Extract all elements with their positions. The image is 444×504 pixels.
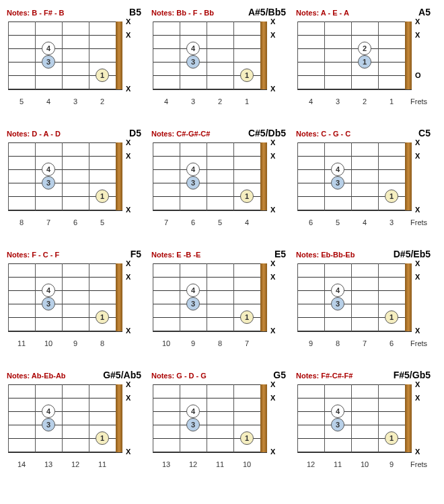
- fret-line: [180, 22, 180, 89]
- string-line: [297, 35, 412, 36]
- fret-line: [324, 263, 325, 331]
- mute-icon: X: [126, 18, 131, 25]
- nut: [260, 263, 267, 331]
- fret-line: [180, 384, 180, 452]
- fret-line: [35, 22, 36, 89]
- notes-label: Notes: C#-G#-C#: [151, 130, 210, 138]
- notes-label: Notes: E -B -E: [151, 251, 200, 259]
- string-line: [153, 35, 267, 36]
- fret-line: [62, 142, 63, 210]
- fret-line: [89, 22, 89, 89]
- fret-number: 10: [44, 339, 52, 347]
- string-line: [297, 89, 412, 90]
- notes-label: Notes: Ab-Eb-Ab: [7, 372, 66, 380]
- fret-number: 7: [245, 339, 249, 347]
- fret-line: [8, 22, 9, 89]
- finger-dot: 1: [240, 310, 254, 324]
- mute-icon: X: [270, 85, 275, 92]
- chord-name: E5: [274, 249, 286, 259]
- mute-icon: X: [126, 327, 131, 334]
- fret-line: [35, 384, 36, 452]
- fretboard: XXX431: [297, 142, 418, 216]
- chord-header: Notes: D - A - DD5: [7, 128, 141, 140]
- fret-number: 2: [100, 97, 104, 106]
- finger-dot: 3: [186, 55, 200, 69]
- string-line: [297, 169, 412, 170]
- fret-numbers: 13121110: [153, 460, 274, 470]
- string-line: [153, 411, 267, 412]
- string-line: [297, 142, 412, 143]
- nut: [260, 22, 267, 89]
- notes-label: Notes: Bb - F - Bb: [151, 9, 214, 17]
- chord-diagram: Notes: Bb - F - BbA#5/Bb5XXX4314321: [151, 7, 286, 114]
- chord-name: B5: [129, 7, 141, 17]
- chord-name: C#5/Db5: [248, 128, 286, 138]
- string-line: [153, 277, 267, 278]
- mute-icon: X: [270, 139, 275, 146]
- chord-name: D#5/Eb5: [394, 249, 431, 259]
- fret-number: 2: [218, 97, 222, 106]
- nut: [260, 142, 267, 210]
- notes-label: Notes: B - F# - B: [7, 9, 65, 17]
- finger-dot: 4: [42, 405, 55, 418]
- string-line: [8, 183, 122, 183]
- mute-icon: X: [126, 153, 131, 159]
- string-line: [297, 425, 412, 425]
- nut: [405, 142, 412, 210]
- finger-dot: 1: [385, 431, 398, 445]
- string-line: [8, 89, 122, 90]
- chord-diagram: Notes: F#-C#-F#F#5/Gb5XXX4311211109Frets: [296, 370, 431, 477]
- fret-line: [207, 263, 207, 331]
- finger-dot: 4: [331, 284, 344, 297]
- nut: [405, 263, 412, 331]
- string-line: [8, 210, 122, 211]
- notes-label: Notes: D - A - D: [7, 130, 61, 138]
- string-line: [297, 210, 412, 211]
- fret-number: 5: [100, 218, 104, 226]
- notes-label: Notes: Eb-Bb-Eb: [296, 251, 355, 259]
- frets-label: Frets: [410, 460, 427, 468]
- fret-line: [62, 263, 63, 331]
- finger-dot: 3: [186, 297, 200, 310]
- fret-line: [8, 142, 9, 210]
- string-line: [8, 411, 122, 412]
- finger-dot: 1: [385, 190, 398, 203]
- finger-dot: 4: [42, 284, 55, 297]
- string-line: [297, 183, 412, 183]
- string-line: [297, 62, 412, 62]
- fret-numbers: 4321: [153, 97, 274, 108]
- fret-line: [153, 142, 153, 210]
- string-line: [153, 425, 267, 425]
- mute-icon: X: [415, 32, 420, 38]
- string-line: [153, 142, 267, 143]
- fret-number: 10: [361, 460, 369, 468]
- string-line: [8, 304, 122, 304]
- mute-icon: X: [415, 153, 420, 159]
- mute-icon: X: [415, 448, 420, 455]
- fret-number: 3: [336, 97, 340, 106]
- fret-line: [378, 263, 379, 331]
- string-line: [297, 304, 412, 304]
- finger-dot: 2: [358, 42, 371, 55]
- fretboard: XXX431: [153, 384, 274, 458]
- fret-numbers: 5432: [8, 97, 129, 108]
- nut: [116, 263, 122, 331]
- fret-line: [324, 22, 325, 89]
- finger-dot: 3: [186, 418, 200, 431]
- string-line: [297, 290, 412, 291]
- mute-icon: X: [270, 18, 275, 25]
- mute-icon: X: [415, 381, 420, 388]
- finger-dot: 4: [331, 405, 344, 418]
- chord-diagram: Notes: C - G - CC5XXX4316543Frets: [296, 128, 431, 235]
- fretboard: XXO21: [297, 22, 418, 95]
- fret-line: [297, 384, 298, 452]
- fret-number: 4: [245, 218, 249, 226]
- fret-number: 11: [17, 339, 26, 347]
- string-line: [8, 142, 122, 143]
- mute-icon: X: [415, 139, 420, 146]
- string-line: [8, 398, 122, 398]
- fret-number: 4: [309, 97, 313, 106]
- finger-dot: 3: [42, 55, 55, 69]
- fret-number: 7: [363, 339, 367, 347]
- chord-header: Notes: A - E - AA5: [296, 7, 431, 19]
